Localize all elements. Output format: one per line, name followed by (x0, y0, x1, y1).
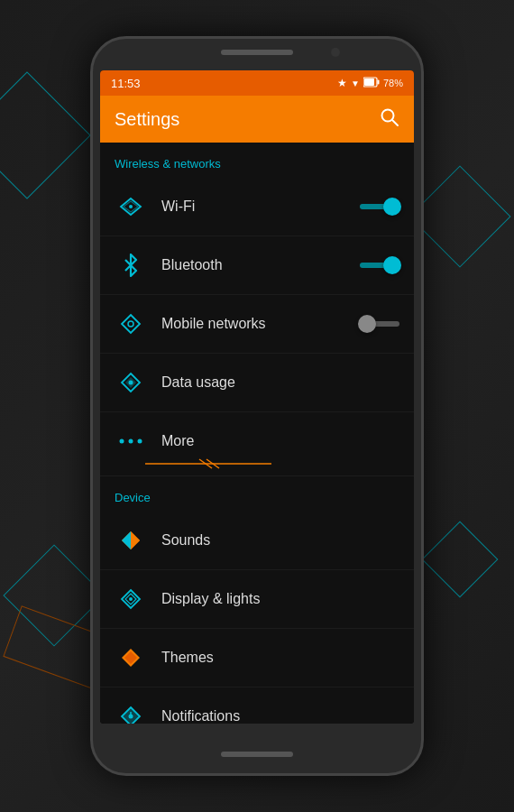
svg-line-4 (392, 120, 398, 125)
bluetooth-toggle-track[interactable] (360, 263, 399, 268)
svg-rect-1 (377, 80, 379, 85)
svg-point-13 (120, 439, 124, 444)
status-battery-pct: 78% (383, 78, 403, 88)
bluetooth-label: Bluetooth (161, 257, 360, 273)
settings-item-mobile[interactable]: Mobile networks (100, 295, 414, 354)
status-signal-icon: ▼ (351, 78, 360, 88)
settings-item-data[interactable]: Data usage (100, 354, 414, 412)
mobile-toggle[interactable] (360, 321, 399, 327)
themes-label: Themes (161, 650, 399, 666)
wifi-label: Wi-Fi (161, 198, 360, 215)
svg-point-14 (129, 439, 133, 444)
svg-point-27 (129, 715, 133, 719)
phone-screen: 11:53 ★ ▼ 78% (100, 70, 414, 724)
svg-point-9 (128, 321, 133, 327)
settings-item-sounds[interactable]: Sounds (100, 512, 414, 570)
settings-item-themes[interactable]: Themes (100, 629, 414, 687)
status-bar: 11:53 ★ ▼ 78% (100, 70, 414, 96)
svg-rect-2 (364, 78, 374, 86)
settings-item-wifi[interactable]: Wi-Fi (100, 178, 414, 236)
settings-item-bluetooth[interactable]: Bluetooth (100, 236, 414, 295)
mobile-networks-label: Mobile networks (161, 316, 360, 332)
section-device-header: Device (100, 476, 414, 512)
status-battery-icon (363, 77, 380, 89)
svg-marker-18 (131, 531, 140, 549)
more-icon (115, 425, 147, 457)
svg-point-12 (129, 381, 133, 385)
settings-item-notifications[interactable]: Notifications (100, 687, 414, 724)
more-label: More (161, 433, 399, 449)
status-time: 11:53 (111, 77, 141, 90)
app-title: Settings (115, 109, 179, 130)
themes-icon (115, 641, 147, 674)
svg-point-15 (138, 439, 142, 444)
svg-point-22 (129, 597, 133, 601)
wifi-toggle-thumb (383, 198, 401, 216)
svg-marker-19 (122, 531, 131, 549)
wifi-toggle-track[interactable] (360, 204, 399, 209)
sounds-icon (115, 524, 147, 557)
status-bluetooth-icon: ★ (337, 77, 347, 89)
settings-item-more[interactable]: More (100, 412, 414, 476)
notifications-icon (115, 700, 147, 724)
bg-decor-1 (0, 71, 91, 198)
section-wireless-header: Wireless & networks (100, 143, 414, 178)
more-decoration (145, 457, 405, 470)
app-header: Settings (100, 96, 414, 143)
wifi-toggle[interactable] (360, 204, 399, 209)
data-usage-label: Data usage (161, 374, 399, 391)
settings-content: Wireless & networks Wi-Fi (100, 143, 414, 724)
display-icon (115, 583, 147, 615)
sounds-label: Sounds (161, 532, 399, 549)
mobile-toggle-thumb (358, 315, 376, 333)
display-label: Display & lights (161, 591, 399, 607)
bluetooth-toggle[interactable] (360, 263, 399, 268)
bluetooth-toggle-thumb (383, 256, 401, 274)
data-usage-icon (115, 366, 147, 399)
settings-item-display[interactable]: Display & lights (100, 570, 414, 629)
bg-decor-5 (422, 521, 499, 598)
mobile-networks-icon (115, 308, 147, 340)
mobile-toggle-track[interactable] (360, 321, 399, 327)
notifications-label: Notifications (161, 708, 399, 724)
bg-decor-4 (408, 165, 510, 267)
wifi-icon (115, 190, 147, 223)
svg-point-7 (129, 205, 133, 208)
phone-shell: 11:53 ★ ▼ 78% (90, 36, 424, 776)
search-icon[interactable] (380, 107, 399, 132)
phone-home-bar (221, 752, 293, 757)
bluetooth-icon (115, 249, 147, 281)
svg-marker-8 (122, 315, 140, 333)
status-icons: ★ ▼ 78% (337, 77, 403, 89)
